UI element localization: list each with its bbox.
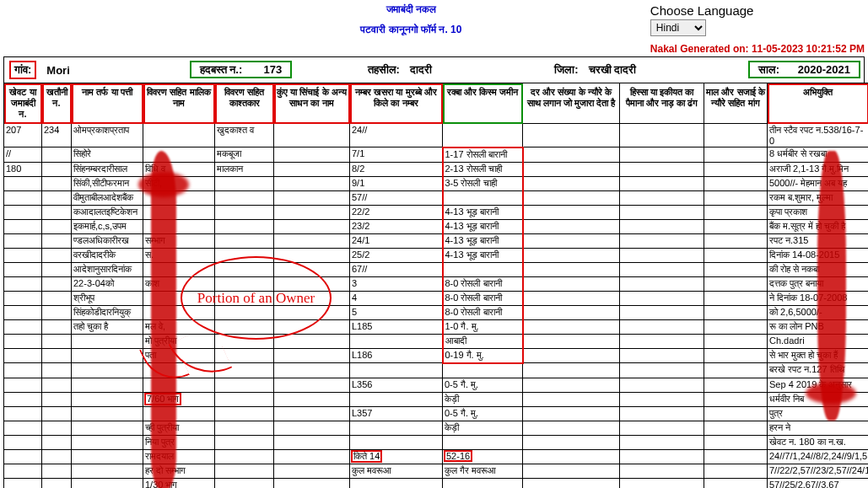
col-khatoni: खतौनी न. (42, 83, 72, 124)
col-share: हिस्सा या इकीयत का पैमाना और नाड़ का ढंग (620, 83, 704, 124)
table-row: पताL1860-19 गै. मु.से भार मुक्त हो चुका … (4, 348, 869, 363)
col-remarks: अभियुक्ति (768, 83, 869, 124)
table-row: 1/30 भाग57//25/2,67//3,67 (4, 478, 869, 488)
col-demand: माल और सजाई के न्यौरे सहित मांग (704, 83, 768, 124)
doc-title-1: जमाबंदी नकल (172, 3, 650, 15)
col-patti: नाम तर्फ या पत्ती (72, 83, 143, 124)
table-row: रामदयालकिते 1452-1624//7/1,24//8/2,24//9… (4, 449, 869, 464)
table-row: //सिहोरेमकबूजा7/11-17 रोसली बारानी8 धर्म… (4, 147, 869, 163)
table-row: मो पुत्रीयाआबादीCh.dadri (4, 334, 869, 348)
table-row: सिंकी,सीटीफरमानसीटी,9/13-5 रोसली चाही500… (4, 176, 869, 190)
table-row: हर दो सम्भागकुल मवरूआकुल गैर मवरूआ7//22/… (4, 464, 869, 478)
table-row: वीमुताबीलआदेशबैंक57//रकम ब.शुमार, मुल्मा (4, 190, 869, 205)
table-row: ण्डलअधिकारीरखसम्भाग24/14-13 भूड़ बारानीर… (4, 233, 869, 248)
meta-row: गांव: Mori हदबस्त न.: 173 तहसील: दादरी ज… (3, 56, 865, 83)
table-row: सिंहकोडीदारनियुक्58-0 रोसली बारानीको 2,6… (4, 305, 869, 319)
col-owner: विवरण सहित मालिक नाम (143, 83, 215, 124)
col-khewat: खेवट या जमाबंदी न. (4, 83, 42, 124)
col-khasra: नम्बर खसरा या मुरब्बे और किले का नम्बर (350, 83, 443, 124)
col-kashtkar: विवरण सहित काश्तकार (215, 83, 274, 124)
nakal-generated: Nakal Generated on: 11-05-2023 10:21:52 … (650, 43, 865, 55)
table-row: 22-3-04कोकाश38-0 रोसली बारानीदत्तक पुत्र… (4, 276, 869, 291)
table-row: इकमार्ह,c,s,उपम23/24-13 भूड़ बारानीबैंक … (4, 219, 869, 233)
table-row: L3570-5 गै. मु.पुत्र (4, 406, 869, 421)
language-select[interactable]: Hindi English (650, 19, 706, 36)
doc-title-2: पटवारी कानूनगो फॉर्म न. 10 (172, 24, 650, 35)
table-row: बरखे रपट न.127 तिथि (4, 363, 869, 378)
col-rakba: रक्बा और किस्म जमीन (443, 83, 523, 124)
table-row: 180सिंहनम्बरदारीसालविधि वमालकान8/22-13 र… (4, 162, 869, 176)
language-label: Choose Language (650, 3, 865, 18)
table-row: निया पुत्रखेवट न. 180 का न.ख. (4, 435, 869, 449)
jamabandi-table: खेवट या जमाबंदी न. खतौनी न. नाम तर्फ या … (3, 83, 868, 488)
col-well: कुंए या सिंचाई के अन्य साधन का नाम (274, 83, 350, 124)
table-row: श्रीभूप48-0 रोसली बारानीने दिनांक 18-07-… (4, 291, 869, 305)
table-row: आदेशानुसारदिनांक67//की रोह से नकबा (4, 262, 869, 276)
table-row: तहो चुका हैमल वे,L1851-0 गै. मु.रू का लो… (4, 319, 869, 334)
table-row: च्ही पुत्रीयाकेड़ीहरन ने (4, 421, 869, 435)
table-row: कआदालतइष्टिकेशन22/24-13 भूड़ बारानीकृपा … (4, 205, 869, 219)
table-row: वरखीदादरीकेस.25/24-13 भूड़ बारानीदिनांक … (4, 248, 869, 262)
table-row: 207234ओमप्रकाशप्रतापखुदकाश्त व24//तीन स्… (4, 124, 869, 147)
table-row: L3560-5 गै. मु.Sep 4 2019 के अनुसार (4, 378, 869, 392)
table-row: 7/60 भागकेड़ीधर्मवीर निब (4, 392, 869, 406)
col-rent: दर और संख्या के न्यौरे के साथ लगान जो मु… (523, 83, 620, 124)
